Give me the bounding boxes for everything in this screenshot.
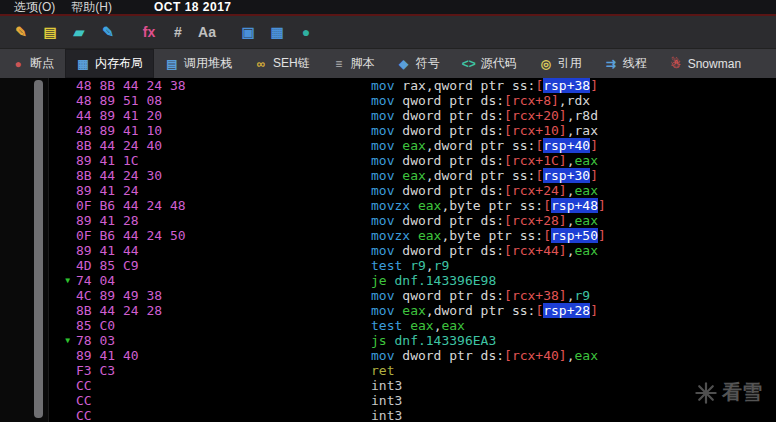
tab-label: 线程 bbox=[623, 55, 647, 72]
globe-icon[interactable]: ● bbox=[295, 21, 317, 43]
asm-token: mov bbox=[371, 78, 402, 93]
font-size-icon[interactable]: Aa bbox=[196, 21, 218, 43]
disasm-row[interactable]: 4D 85 C9test r9,r9 bbox=[49, 258, 776, 273]
tab-seh-chain[interactable]: ∞SEH链 bbox=[243, 49, 321, 78]
asm-token: [ bbox=[543, 198, 551, 213]
asm-token: [ bbox=[543, 228, 551, 243]
asm-token: mov bbox=[371, 108, 402, 123]
instruction-text: mov dword ptr ds:[rcx+28],eax bbox=[371, 213, 776, 228]
instruction-bytes: 8B 44 24 40 bbox=[76, 138, 371, 153]
instruction-text: int3 bbox=[371, 378, 776, 393]
asm-token: [rcx+10] bbox=[504, 123, 567, 138]
pen-icon[interactable]: ✎ bbox=[97, 21, 119, 43]
tab-call-stack[interactable]: ▤调用堆栈 bbox=[154, 49, 243, 78]
asm-token: , bbox=[567, 183, 575, 198]
disasm-row[interactable]: ▼78 03js dnf.143396EA3 bbox=[49, 333, 776, 348]
tab-references[interactable]: ◎引用 bbox=[528, 49, 593, 78]
asm-token: ] bbox=[598, 228, 606, 243]
build-date: OCT 18 2017 bbox=[154, 0, 232, 14]
menu-item-options[interactable]: 选项(O) bbox=[6, 0, 63, 14]
asm-token: ] bbox=[590, 303, 598, 318]
jump-arrow-cell bbox=[49, 348, 76, 363]
tab-memory-map[interactable]: ▦内存布局 bbox=[65, 49, 154, 78]
asm-token: , bbox=[567, 153, 575, 168]
instruction-text: mov eax,dword ptr ss:[rsp+40] bbox=[371, 138, 776, 153]
asm-token: dword ptr ds: bbox=[402, 183, 504, 198]
pages-icon[interactable]: ▦ bbox=[266, 21, 288, 43]
instruction-text: mov dword ptr ds:[rcx+40],eax bbox=[371, 348, 776, 363]
highlighter-icon[interactable]: ▰ bbox=[68, 21, 90, 43]
disasm-row[interactable]: 89 41 44mov dword ptr ds:[rcx+44],eax bbox=[49, 243, 776, 258]
asm-token: byte ptr ss: bbox=[449, 198, 543, 213]
edit-icon[interactable]: ✎ bbox=[10, 21, 32, 43]
breakpoint-icon: ● bbox=[11, 57, 25, 71]
asm-token: , bbox=[426, 258, 434, 273]
instruction-text: test r9,r9 bbox=[371, 258, 776, 273]
disasm-row[interactable]: 85 C0test eax,eax bbox=[49, 318, 776, 333]
disasm-row[interactable]: 0F B6 44 24 48movzx eax,byte ptr ss:[rsp… bbox=[49, 198, 776, 213]
disasm-row[interactable]: 89 41 24mov dword ptr ds:[rcx+24],eax bbox=[49, 183, 776, 198]
asm-token: rsp+48 bbox=[551, 198, 598, 213]
asm-token: dword ptr ds: bbox=[402, 348, 504, 363]
disasm-row[interactable]: 8B 44 24 30mov eax,dword ptr ss:[rsp+30] bbox=[49, 168, 776, 183]
disasm-row[interactable]: 0F B6 44 24 50movzx eax,byte ptr ss:[rsp… bbox=[49, 228, 776, 243]
disasm-row[interactable]: 4C 89 49 38mov qword ptr ds:[rcx+38],r9 bbox=[49, 288, 776, 303]
fx-icon[interactable]: fx bbox=[138, 21, 160, 43]
instruction-bytes: CC bbox=[76, 408, 371, 422]
disasm-row[interactable]: 8B 44 24 40mov eax,dword ptr ss:[rsp+40] bbox=[49, 138, 776, 153]
instruction-text: mov eax,dword ptr ss:[rsp+30] bbox=[371, 168, 776, 183]
jump-arrow-cell bbox=[49, 168, 76, 183]
disasm-row[interactable]: 48 8B 44 24 38mov rax,qword ptr ss:[rsp+… bbox=[49, 78, 776, 93]
instruction-bytes: 48 8B 44 24 38 bbox=[76, 78, 371, 93]
instruction-bytes: 8B 44 24 30 bbox=[76, 168, 371, 183]
tab-label: SEH链 bbox=[273, 55, 310, 72]
disasm-row[interactable]: 8B 44 24 28mov eax,dword ptr ss:[rsp+28] bbox=[49, 303, 776, 318]
disasm-row[interactable]: 89 41 1Cmov dword ptr ds:[rcx+1C],eax bbox=[49, 153, 776, 168]
instruction-text: mov dword ptr ds:[rcx+1C],eax bbox=[371, 153, 776, 168]
asm-token: dword ptr ds: bbox=[402, 123, 504, 138]
asm-token: , bbox=[426, 78, 434, 93]
jump-arrow-icon: ▼ bbox=[65, 277, 70, 285]
notes-icon[interactable]: ▤ bbox=[39, 21, 61, 43]
asm-token: r9 bbox=[575, 288, 591, 303]
disasm-row[interactable]: F3 C3ret bbox=[49, 363, 776, 378]
asm-token: mov bbox=[371, 153, 402, 168]
asm-token: r8d bbox=[575, 108, 598, 123]
jump-arrow-cell bbox=[49, 408, 76, 422]
asm-token: ] bbox=[590, 78, 598, 93]
hash-icon[interactable]: # bbox=[167, 21, 189, 43]
tab-source[interactable]: <>源代码 bbox=[451, 49, 528, 78]
menu-items: 选项(O)帮助(H) bbox=[6, 0, 120, 16]
copy-icon[interactable]: ▣ bbox=[237, 21, 259, 43]
tab-label: Snowman bbox=[688, 57, 741, 71]
disasm-row[interactable]: 89 41 28mov dword ptr ds:[rcx+28],eax bbox=[49, 213, 776, 228]
tab-snowman[interactable]: ☃Snowman bbox=[658, 49, 752, 78]
tab-threads[interactable]: ⇉线程 bbox=[593, 49, 658, 78]
disasm-row[interactable]: 48 89 41 10mov dword ptr ds:[rcx+10],rax bbox=[49, 123, 776, 138]
source-code-icon: <> bbox=[462, 57, 476, 71]
disasm-row[interactable]: 48 89 51 08mov qword ptr ds:[rcx+8],rdx bbox=[49, 93, 776, 108]
asm-token: , bbox=[567, 348, 575, 363]
tab-breakpoints[interactable]: ●断点 bbox=[0, 49, 65, 78]
tab-symbols[interactable]: ◆符号 bbox=[386, 49, 451, 78]
instruction-bytes: 78 03 bbox=[76, 333, 371, 348]
asm-token: int3 bbox=[371, 378, 402, 393]
disasm-row[interactable]: 89 41 40mov dword ptr ds:[rcx+40],eax bbox=[49, 348, 776, 363]
asm-token: eax bbox=[402, 138, 425, 153]
instruction-bytes: 8B 44 24 28 bbox=[76, 303, 371, 318]
disasm-row[interactable]: 44 89 41 20mov dword ptr ds:[rcx+20],r8d bbox=[49, 108, 776, 123]
instruction-bytes: 0F B6 44 24 48 bbox=[76, 198, 371, 213]
disasm-row[interactable]: CCint3 bbox=[49, 378, 776, 393]
asm-token: , bbox=[567, 108, 575, 123]
disasm-row[interactable]: CCint3 bbox=[49, 408, 776, 422]
tab-script[interactable]: ≡脚本 bbox=[321, 49, 386, 78]
disasm-row[interactable]: ▼74 04je dnf.143396E98 bbox=[49, 273, 776, 288]
scrollbar-thumb[interactable] bbox=[34, 80, 43, 418]
disasm-row[interactable]: CCint3 bbox=[49, 393, 776, 408]
instruction-text: movzx eax,byte ptr ss:[rsp+50] bbox=[371, 228, 776, 243]
toolbar: ✎▤▰✎fx#Aa▣▦● bbox=[0, 16, 776, 49]
tab-bar: ●断点▦内存布局▤调用堆栈∞SEH链≡脚本◆符号<>源代码◎引用⇉线程☃Snow… bbox=[0, 49, 776, 79]
instruction-text: mov dword ptr ds:[rcx+44],eax bbox=[371, 243, 776, 258]
menu-item-help[interactable]: 帮助(H) bbox=[63, 0, 120, 14]
asm-token: mov bbox=[371, 348, 402, 363]
